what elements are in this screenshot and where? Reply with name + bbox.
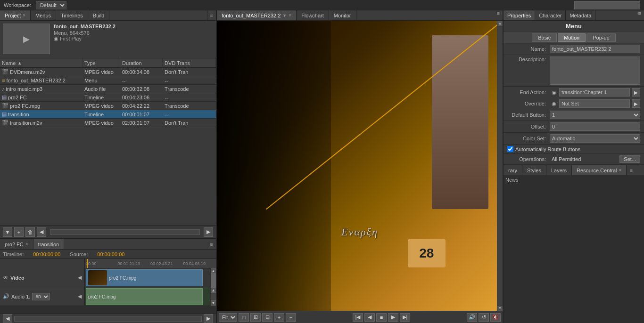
mute-btn[interactable]: 🔇 [490,313,501,322]
set-button[interactable]: Set... [619,155,640,163]
override-btn[interactable]: ▶ [632,99,640,108]
list-item[interactable]: 🎬 transition.m2v MPEG video 02:00:01:07 … [0,119,216,127]
preview-tabs: fonto_out_MASTER232 2 ▼ × Flowchart Moni… [217,10,503,21]
override-value[interactable]: Not Set [559,99,630,108]
safe-area-btn[interactable]: □ [239,313,249,322]
timeline-scrollbar-h[interactable] [14,316,202,322]
play-btn[interactable]: ▶ [388,313,398,322]
col-type[interactable]: Type [83,58,120,67]
video-clip[interactable]: pro2 FC.mpg [86,269,203,286]
props-panel-menu[interactable]: ≡ [636,10,644,20]
tab-motion[interactable]: Motion [558,33,586,42]
zoom-in-btn[interactable]: + [274,313,284,322]
end-action-value[interactable]: transition:Chapter 1 [559,88,630,97]
bottom-tabs-menu[interactable]: ≡ [627,168,635,173]
audio-lang-select[interactable]: en [32,293,50,300]
bottom-tab-layers[interactable]: Layers [546,165,572,175]
tab-popup[interactable]: Pop-up [586,33,615,42]
vscroll-down[interactable]: ▼ [497,305,503,311]
workspace-select[interactable]: Default [36,1,66,9]
list-item[interactable]: ▤ pro2 FC Timeline 00:04:23:06 -- [0,93,216,102]
close-project-tab[interactable]: × [23,13,25,18]
timeline-tab-transition[interactable]: transition [33,239,65,249]
file-type-cell: Timeline [83,95,120,100]
audio-track-collapse[interactable]: ◀ [78,293,82,299]
tab-metadata[interactable]: Metadata [566,10,595,20]
color-set-row: Color Set: Automatic [504,133,644,145]
prev-frame-btn[interactable]: |◀ [353,313,363,322]
preview-panel-menu[interactable]: ≡ [494,10,503,20]
timeline-scroll-right[interactable]: ▶ [204,314,213,323]
video-dark-overlay [217,21,331,311]
grid-btn[interactable]: ⊞ [250,313,261,322]
audio-vertical-scroll[interactable]: ▲ ▼ [210,287,216,306]
workspace-label: Workspace: [4,2,31,8]
track-vertical-scroll[interactable]: ▲ ▼ [210,268,216,287]
bottom-tab-library[interactable]: rary [504,165,522,175]
zoom-out-btn[interactable]: − [286,313,296,322]
bottom-tabs-row: rary Styles Layers Resource Central × ≡ [504,165,644,175]
preview-vscroll[interactable]: ▲ ▼ [497,21,503,311]
timeline-tab-pro2fc[interactable]: pro2 FC × [0,239,33,249]
preview-tab-monitor[interactable]: Monitor [329,10,356,20]
tab-build[interactable]: Build [88,10,109,20]
vol-btn[interactable]: 🔊 [467,313,477,322]
preview-tab-main[interactable]: fonto_out_MASTER232 2 ▼ × [217,10,297,20]
snap-btn[interactable]: ⊟ [262,313,272,322]
track-collapse-icon[interactable]: ◀ [78,275,82,281]
timeline-scroll-left[interactable]: ◀ [3,314,12,323]
play-back-btn[interactable]: ◀ [364,313,375,322]
list-item[interactable]: ≡ fonto_out_MASTER232 2 Menu -- -- [0,76,216,85]
tab-timelines[interactable]: Timelines [56,10,88,20]
stop-btn[interactable]: ■ [376,313,387,322]
end-action-btn[interactable]: ▶ [632,88,640,97]
close-resource-central[interactable]: × [619,168,622,173]
default-button-select[interactable]: 1 [550,111,640,119]
search-input[interactable] [574,1,640,9]
close-preview-tab[interactable]: × [289,13,291,18]
audio-clip[interactable]: pro2 FC.mpg [86,288,203,305]
selected-item-title: fonto_out_MASTER232 2 [54,24,116,29]
auto-route-checkbox[interactable] [507,146,513,152]
next-button[interactable]: ▶ [204,227,213,237]
tab-project[interactable]: Project × [0,10,31,20]
list-item[interactable]: 🎬 pro2 FC.mpg MPEG video 00:04:22:22 Tra… [0,102,216,110]
timeline-panel-menu[interactable]: ≡ [207,242,216,247]
next-frame-btn[interactable]: ▶| [400,313,410,322]
bottom-tab-styles[interactable]: Styles [522,165,546,175]
list-item[interactable]: ♪ intro music.mp3 Audio file 00:00:32:08… [0,85,216,93]
bottom-tab-resource-central[interactable]: Resource Central × [572,165,627,175]
new-item-button[interactable]: + [14,227,24,237]
col-name[interactable]: Name ▲ [0,58,83,67]
tab-menus[interactable]: Menus [31,10,56,20]
prev-button[interactable]: ◀ [37,227,46,237]
timeline-ruler-row: 00:00 00:01:21:23 00:02:43:21 00:04:05:1… [0,259,216,268]
audio-scroll-down[interactable]: ▼ [211,300,216,306]
vscroll-up[interactable]: ▲ [497,21,503,26]
audio-scroll-up[interactable]: ▲ [211,287,216,293]
tab-character[interactable]: Character [535,10,566,20]
project-panel-menu[interactable]: ≡ [207,10,216,20]
list-item[interactable]: ▤ transition Timeline 00:00:01:07 -- [0,110,216,119]
list-item[interactable]: 🎬 DVDmenu.m2v MPEG video 00:00:34:08 Don… [0,68,216,76]
offset-input[interactable] [550,122,640,131]
file-type-cell: MPEG video [83,120,120,126]
col-duration[interactable]: Duration [120,58,163,67]
delete-button[interactable]: 🗑 [25,227,35,237]
filter-button[interactable]: ▼ [3,227,12,237]
file-dvd-cell: Don't Tran [163,120,216,126]
name-input[interactable] [550,45,640,53]
project-header: ▶ fonto_out_MASTER232 2 Menu, 864x576 ◉ … [0,21,216,58]
description-input[interactable] [550,57,640,85]
close-tab1[interactable]: × [25,242,28,247]
tab-properties[interactable]: Properties [504,10,535,20]
fit-select[interactable]: Fit [219,313,237,322]
loop-btn[interactable]: ↺ [479,313,489,322]
tab-basic[interactable]: Basic [532,33,557,42]
scroll-up[interactable]: ▲ [211,268,216,274]
preview-tab-flowchart[interactable]: Flowchart [297,10,329,20]
name-field-row: Name: [504,43,644,55]
col-dvd[interactable]: DVD Trans [163,58,216,67]
horizontal-scrollbar[interactable] [50,229,200,235]
color-set-select[interactable]: Automatic [550,134,640,143]
